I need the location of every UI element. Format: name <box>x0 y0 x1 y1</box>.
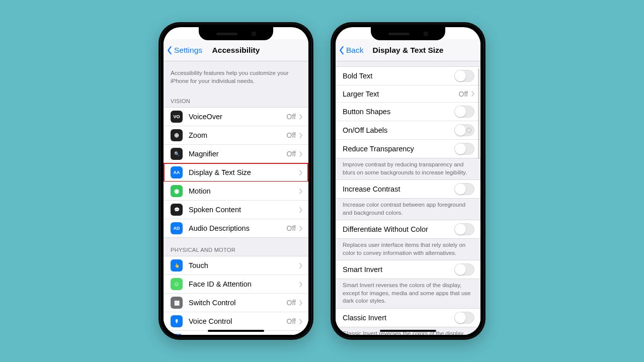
section-note: Replaces user interface items that rely … <box>336 239 480 260</box>
side-button-icon: ▮ <box>171 334 183 335</box>
row-audio-desc[interactable]: ADAudio DescriptionsOff <box>164 219 308 237</box>
voice-ctrl-icon: 🎙 <box>171 315 183 327</box>
content: Bold TextLarger TextOffButton ShapesOn/O… <box>336 61 480 335</box>
faceid-icon: ☺ <box>171 278 183 290</box>
chevron-right-icon <box>299 226 302 231</box>
row-label: Switch Control <box>189 299 287 307</box>
magnifier-icon: 🔍 <box>171 148 183 160</box>
section-note: Smart Invert reverses the colors of the … <box>336 279 480 308</box>
toggle-reduce-trans[interactable] <box>454 143 474 155</box>
motion-icon: ◉ <box>171 185 183 197</box>
row-label: Button Shapes <box>343 108 454 116</box>
row-switch-control[interactable]: ▦Switch ControlOff <box>164 293 308 312</box>
switch-icon: ▦ <box>171 297 183 309</box>
row-label: Reduce Transparency <box>343 145 454 153</box>
chevron-left-icon <box>167 46 173 55</box>
row-label: On/Off Labels <box>343 126 454 134</box>
row-diff-without-color[interactable]: Differentiate Without Color <box>336 220 480 238</box>
toggle-smart-invert[interactable] <box>454 263 474 276</box>
back-label: Back <box>346 46 363 55</box>
row-value: Off <box>287 299 296 307</box>
section-header: PHYSICAL AND MOTOR <box>164 238 308 256</box>
row-smart-invert[interactable]: Smart Invert <box>336 260 480 279</box>
row-label: VoiceOver <box>189 113 287 121</box>
row-button-shapes[interactable]: Button Shapes <box>336 102 480 121</box>
row-label: Magnifier <box>189 150 287 158</box>
audio-desc-icon: AD <box>171 222 183 234</box>
row-magnifier[interactable]: 🔍MagnifierOff <box>164 144 308 163</box>
row-voiceover[interactable]: VOVoiceOverOff <box>164 108 308 126</box>
chevron-right-icon <box>299 189 302 194</box>
toggle-diff-without-color[interactable] <box>454 223 474 235</box>
toggle-onoff-labels[interactable] <box>454 124 474 136</box>
phone-right: Back Display & Text Size Bold TextLarger… <box>331 22 486 340</box>
row-faceid[interactable]: ☺Face ID & Attention <box>164 275 308 293</box>
row-label: Voice Control <box>189 317 287 325</box>
row-value: Off <box>287 224 296 232</box>
notch <box>199 27 273 40</box>
row-label: Classic Invert <box>343 314 454 322</box>
row-label: Bold Text <box>343 72 454 80</box>
zoom-icon: ⊕ <box>171 129 183 141</box>
row-onoff-labels[interactable]: On/Off Labels <box>336 121 480 139</box>
row-label: Spoken Content <box>189 206 299 214</box>
home-indicator <box>208 330 264 332</box>
row-value: Off <box>459 90 468 98</box>
page-title: Accessibility <box>212 46 260 55</box>
row-voice-control[interactable]: 🎙Voice ControlOff <box>164 312 308 330</box>
chevron-right-icon <box>299 263 302 268</box>
chevron-right-icon <box>299 114 302 120</box>
home-indicator <box>380 330 436 332</box>
toggle-increase-contrast[interactable] <box>454 183 474 195</box>
row-spoken-content[interactable]: 💬Spoken Content <box>164 200 308 219</box>
scrollbar[interactable] <box>478 68 479 159</box>
row-label: Zoom <box>189 131 287 139</box>
row-label: Touch <box>189 261 299 269</box>
toggle-classic-invert[interactable] <box>454 312 474 324</box>
nav-bar: Back Display & Text Size <box>336 39 480 61</box>
phone-left: Settings Accessibility Accessibility fea… <box>158 22 313 340</box>
row-larger-text[interactable]: Larger TextOff <box>336 85 480 102</box>
chevron-left-icon <box>339 46 345 55</box>
chevron-right-icon <box>299 300 302 306</box>
back-button[interactable]: Back <box>339 46 363 55</box>
row-value: Off <box>287 317 296 325</box>
chevron-right-icon <box>471 91 474 97</box>
row-label: Motion <box>189 187 299 195</box>
back-label: Settings <box>174 46 202 55</box>
chevron-right-icon <box>299 282 302 287</box>
row-label: Display & Text Size <box>189 168 299 176</box>
page-title: Display & Text Size <box>373 46 444 55</box>
chevron-right-icon <box>299 207 302 213</box>
text-size-icon: AA <box>171 166 183 178</box>
row-zoom[interactable]: ⊕ZoomOff <box>164 126 308 144</box>
row-label: Face ID & Attention <box>189 280 299 288</box>
row-classic-invert[interactable]: Classic Invert <box>336 309 480 327</box>
row-bold-text[interactable]: Bold Text <box>336 67 480 85</box>
touch-icon: 👆 <box>171 259 183 272</box>
row-value: Off <box>287 113 296 121</box>
row-touch[interactable]: 👆Touch <box>164 256 308 275</box>
row-label: Audio Descriptions <box>189 224 287 232</box>
row-display-text[interactable]: AADisplay & Text Size <box>164 163 308 182</box>
row-label: Smart Invert <box>343 265 454 274</box>
section-note: Increase color contrast between app fore… <box>336 199 480 220</box>
chevron-right-icon <box>299 133 302 138</box>
toggle-bold-text[interactable] <box>454 70 474 82</box>
row-motion[interactable]: ◉Motion <box>164 182 308 200</box>
row-increase-contrast[interactable]: Increase Contrast <box>336 180 480 198</box>
notch <box>371 27 445 40</box>
row-reduce-trans[interactable]: Reduce Transparency <box>336 139 480 158</box>
row-label: Increase Contrast <box>343 185 454 193</box>
chevron-right-icon <box>299 170 302 175</box>
toggle-button-shapes[interactable] <box>454 106 474 118</box>
spoken-icon: 💬 <box>171 204 183 216</box>
chevron-right-icon <box>299 151 302 157</box>
row-label: Larger Text <box>343 90 459 98</box>
back-button[interactable]: Settings <box>167 46 202 55</box>
section-note: Improve contrast by reducing transparenc… <box>336 158 480 179</box>
row-label: Differentiate Without Color <box>343 225 454 233</box>
row-value: Off <box>287 150 296 158</box>
intro-text: Accessibility features help you customiz… <box>164 61 308 89</box>
chevron-right-icon <box>299 319 302 324</box>
